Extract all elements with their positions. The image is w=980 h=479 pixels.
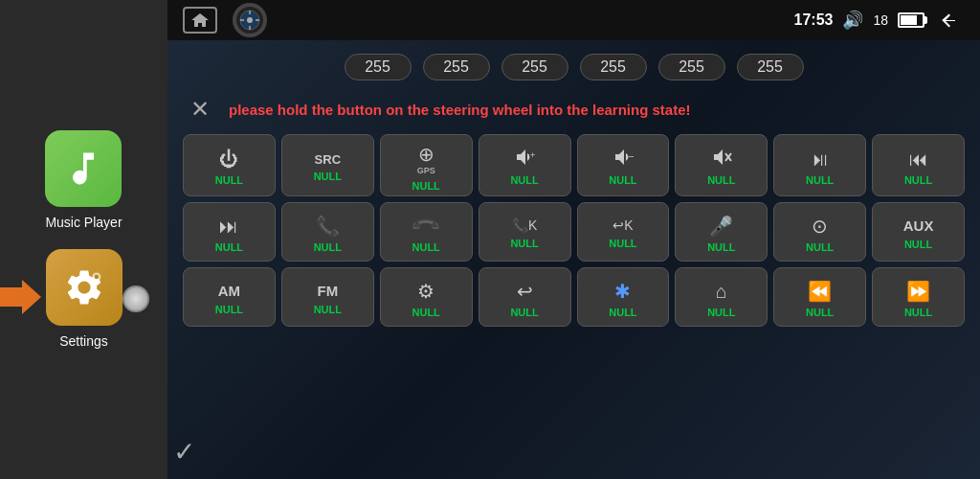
instruction-row: ✕ please hold the button on the steering…: [183, 92, 965, 126]
svg-text:+: +: [530, 150, 535, 160]
pill-2: 255: [423, 54, 490, 80]
svg-point-2: [94, 275, 98, 279]
nav-icon-btn[interactable]: [233, 3, 267, 37]
eq-button[interactable]: ⚙ NULL: [380, 267, 473, 327]
call-button[interactable]: 📞 NULL: [281, 202, 374, 262]
topbar-left: [183, 3, 267, 37]
home-icon-btn[interactable]: [183, 7, 217, 34]
am-button[interactable]: AM NULL: [183, 267, 276, 327]
pill-6: 255: [737, 54, 804, 80]
control-button-grid: ⏻ NULL SRC NULL ⊕ GPS NULL +: [183, 134, 965, 327]
scroll-knob[interactable]: [122, 285, 149, 312]
back-nav-button[interactable]: ↩ NULL: [479, 267, 571, 327]
hangup-button[interactable]: 📞 NULL: [380, 202, 473, 262]
volume-icon: 🔊: [842, 10, 863, 31]
next-button[interactable]: ⏭ NULL: [183, 202, 276, 262]
pill-5: 255: [658, 54, 725, 80]
content-area: 255 255 255 255 255 255 ✕ please hold th…: [167, 40, 980, 479]
fast-forward-button[interactable]: ⏩ NULL: [872, 267, 965, 327]
home-nav-button[interactable]: ⌂ NULL: [675, 267, 768, 327]
fm-button[interactable]: FM NULL: [281, 267, 374, 327]
settings-label: Settings: [59, 333, 108, 349]
topbar-right: 17:53 🔊 18: [794, 5, 966, 35]
main-panel: 17:53 🔊 18 255 255 255 255 255 255 ✕: [167, 0, 980, 479]
mic-button[interactable]: 🎤 NULL: [675, 202, 768, 262]
mute-button[interactable]: NULL: [675, 134, 768, 196]
record-button[interactable]: ⊙ NULL: [773, 202, 866, 262]
back-k-button[interactable]: ↩K NULL: [577, 202, 670, 262]
settings-icon: [46, 249, 122, 326]
sidebar: Music Player Settings: [0, 0, 167, 479]
orange-arrow: [0, 280, 41, 318]
pill-3: 255: [501, 54, 568, 80]
aux-button[interactable]: AUX NULL: [872, 202, 965, 262]
vol-up-button[interactable]: + NULL: [479, 134, 571, 196]
rewind-button[interactable]: ⏪ NULL: [773, 267, 866, 327]
pills-row: 255 255 255 255 255 255: [183, 50, 965, 84]
back-button[interactable]: [934, 5, 965, 35]
gps-button[interactable]: ⊕ GPS NULL: [380, 134, 473, 196]
prev-button[interactable]: ⏮ NULL: [872, 134, 965, 196]
topbar: 17:53 🔊 18: [167, 0, 980, 40]
topbar-volume-level: 18: [873, 12, 888, 28]
topbar-time: 17:53: [794, 11, 834, 29]
instruction-text: please hold the button on the steering w…: [229, 102, 691, 118]
music-player-label: Music Player: [45, 215, 122, 230]
sidebar-item-music-player[interactable]: Music Player: [45, 130, 122, 230]
button-row-3: AM NULL FM NULL ⚙ NULL ↩ NULL ✱ NULL: [183, 267, 965, 327]
battery-indicator: [898, 12, 924, 28]
play-pause-button[interactable]: ⏯ NULL: [773, 134, 866, 196]
button-row-2: ⏭ NULL 📞 NULL 📞 NULL 📞K NULL ↩K NUL: [183, 202, 965, 262]
cancel-button[interactable]: ✕: [183, 92, 217, 126]
vol-down-button[interactable]: – NULL: [577, 134, 670, 196]
svg-text:–: –: [629, 149, 634, 161]
pill-4: 255: [580, 54, 647, 80]
confirm-button[interactable]: ✓: [173, 436, 195, 468]
src-button[interactable]: SRC NULL: [281, 134, 374, 196]
music-player-icon: [45, 130, 122, 207]
phone-k-button[interactable]: 📞K NULL: [479, 202, 571, 262]
svg-marker-0: [0, 280, 41, 314]
sidebar-item-settings[interactable]: Settings: [46, 249, 122, 349]
pill-1: 255: [345, 54, 412, 80]
bluetooth-button[interactable]: ✱ NULL: [577, 267, 670, 327]
power-button[interactable]: ⏻ NULL: [183, 134, 276, 196]
button-row-1: ⏻ NULL SRC NULL ⊕ GPS NULL +: [183, 134, 965, 196]
svg-point-5: [247, 17, 253, 23]
